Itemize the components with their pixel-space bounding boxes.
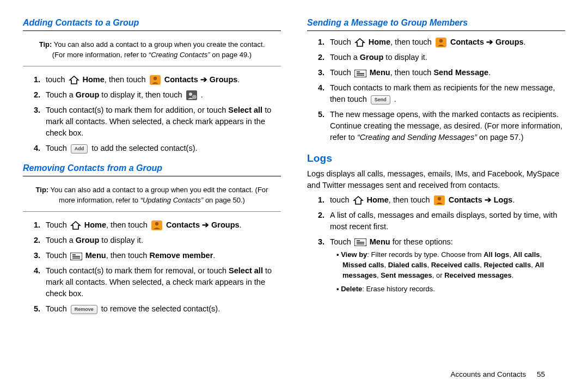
add-button-icon: Add xyxy=(71,144,88,154)
home-label: Home xyxy=(83,75,105,84)
home-label: Home xyxy=(84,220,106,229)
step: Touch Menu, then touch Send Message. xyxy=(327,67,565,78)
tip-label: Tip: xyxy=(36,186,49,194)
svg-point-20 xyxy=(437,197,440,200)
group-label: Group xyxy=(76,90,100,99)
text: , then touch xyxy=(389,195,432,204)
text: , then touch xyxy=(106,251,150,260)
opt: Missed calls xyxy=(342,261,384,269)
tip-ref: “Updating Contacts” xyxy=(140,196,204,204)
step: Touch Menu for these options: View by: F… xyxy=(327,236,565,294)
text: : Erase history records. xyxy=(362,285,435,293)
opt: Received calls xyxy=(431,261,480,269)
step: Touch Menu, then touch Remove member. xyxy=(42,250,281,261)
step: The new message opens, with the marked c… xyxy=(327,109,565,143)
text: touch xyxy=(46,75,68,84)
svg-point-14 xyxy=(439,39,443,42)
contacts-icon xyxy=(149,75,161,85)
heading-logs: Logs xyxy=(307,151,565,166)
rule xyxy=(23,30,281,31)
contacts-logs-label: Contacts ➔ Logs xyxy=(449,195,513,204)
text: for these options: xyxy=(390,237,453,246)
step: A list of calls, messages and emails dis… xyxy=(327,210,565,232)
rule xyxy=(307,30,565,31)
tip-label: Tip: xyxy=(39,40,52,48)
text: , then touch xyxy=(105,75,148,84)
logs-options: View by: Filter records by type. Choose … xyxy=(330,250,565,294)
tip-tail: on page 49.) xyxy=(210,51,252,59)
tip-tail: on page 50.) xyxy=(203,196,245,204)
text: touch xyxy=(330,195,352,204)
home-icon xyxy=(70,221,81,230)
home-label: Home xyxy=(367,195,389,204)
home-icon xyxy=(69,76,79,84)
group-label: Group xyxy=(360,53,384,62)
opt: All calls xyxy=(513,250,540,259)
steps-removing: Touch Home, then touch Contacts ➔ Groups… xyxy=(23,219,281,315)
menu-label: Menu xyxy=(85,251,106,260)
text: , then touch xyxy=(106,220,150,229)
step: Touch a Group to display it, then touch … xyxy=(42,89,281,101)
tip-ref: “Creating Contacts” xyxy=(149,51,210,59)
text: Touch a xyxy=(330,53,360,62)
rule xyxy=(23,176,281,176)
opt-label: View by xyxy=(341,250,367,259)
opt: Received messages xyxy=(444,271,512,279)
footer-section: Accounts and Contacts xyxy=(450,370,526,378)
text: Touch a xyxy=(46,90,76,99)
steps-sending: Touch Home, then touch Contacts ➔ Groups… xyxy=(307,36,565,143)
tip-box-2: Tip: You can also add a contact to a gro… xyxy=(23,182,281,212)
svg-point-3 xyxy=(189,93,192,96)
opt: All logs xyxy=(483,250,509,259)
text: Touch xyxy=(330,38,353,46)
step: Touch a Group to display it. xyxy=(327,52,565,63)
contacts-groups-label: Contacts ➔ Groups xyxy=(166,220,240,229)
home-label: Home xyxy=(369,38,390,46)
home-icon xyxy=(354,38,365,47)
text: to remove the selected contact(s). xyxy=(101,304,220,313)
text: Touch a xyxy=(46,236,76,244)
send-message-label: Send Message xyxy=(433,68,488,77)
heading-removing: Removing Contacts from a Group xyxy=(23,162,281,174)
text: to add the selected contact(s). xyxy=(91,144,197,152)
option-delete: Delete: Erase history records. xyxy=(336,284,565,295)
menu-label: Menu xyxy=(370,237,390,246)
contacts-groups-label: Contacts ➔ Groups xyxy=(164,75,238,84)
text: Touch xyxy=(46,144,69,152)
step: Touch a Group to display it. xyxy=(42,235,281,246)
steps-logs: touch Home, then touch Contacts ➔ Logs. … xyxy=(307,194,565,295)
text: Touch xyxy=(46,220,69,229)
step: Touch Home, then touch Contacts ➔ Groups… xyxy=(42,219,281,231)
text: Touch xyxy=(330,68,353,77)
svg-point-1 xyxy=(153,77,156,80)
text: to display it, then touch xyxy=(99,90,184,99)
heading-adding: Adding Contacts to a Group xyxy=(23,16,281,29)
menu-icon xyxy=(354,70,366,77)
heading-sending: Sending a Message to Group Members xyxy=(307,16,565,29)
select-all-label: Select all xyxy=(228,106,262,114)
svg-point-8 xyxy=(155,222,158,225)
text: , then touch xyxy=(390,68,434,77)
page-number: 55 xyxy=(537,370,554,378)
step: Touch Remove to remove the selected cont… xyxy=(42,303,281,315)
ref: “Creating and Sending Messages” xyxy=(357,133,477,142)
step: touch Home, then touch Contacts ➔ Logs. xyxy=(327,194,565,206)
left-column: Adding Contacts to a Group Tip: You can … xyxy=(23,15,281,365)
text: Touch xyxy=(330,237,353,246)
opt: Rejected calls xyxy=(483,261,531,269)
text: on page 57.) xyxy=(477,133,523,142)
opt: Sent messages xyxy=(381,271,432,279)
step: touch Home, then touch Contacts ➔ Groups… xyxy=(42,74,281,85)
step: Touch contact(s) to mark them for remova… xyxy=(42,265,281,299)
logs-intro: Logs displays all calls, messages, email… xyxy=(307,168,565,191)
step: Touch contacts to mark them as recipient… xyxy=(327,82,565,105)
select-all-label: Select all xyxy=(229,266,263,275)
step: Touch contact(s) to mark them for additi… xyxy=(42,105,281,139)
text: , then touch xyxy=(390,38,434,46)
step: Touch Home, then touch Contacts ➔ Groups… xyxy=(327,36,565,48)
text: to display it. xyxy=(383,53,427,62)
text: Touch contacts to mark them as recipient… xyxy=(330,83,555,103)
page-footer: Accounts and Contacts 55 xyxy=(0,370,588,378)
contacts-icon xyxy=(435,37,447,48)
menu-icon xyxy=(354,238,366,246)
